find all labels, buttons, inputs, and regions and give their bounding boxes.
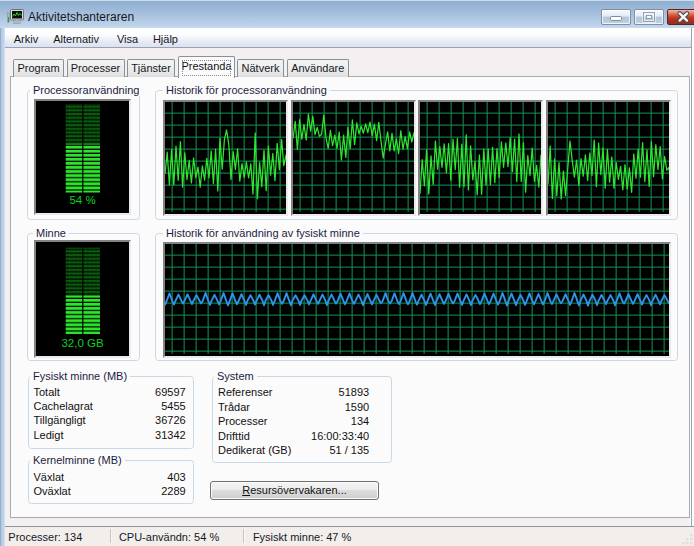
svg-text:54 %: 54 % <box>69 194 95 206</box>
svg-text:32,0 GB: 32,0 GB <box>61 337 104 349</box>
